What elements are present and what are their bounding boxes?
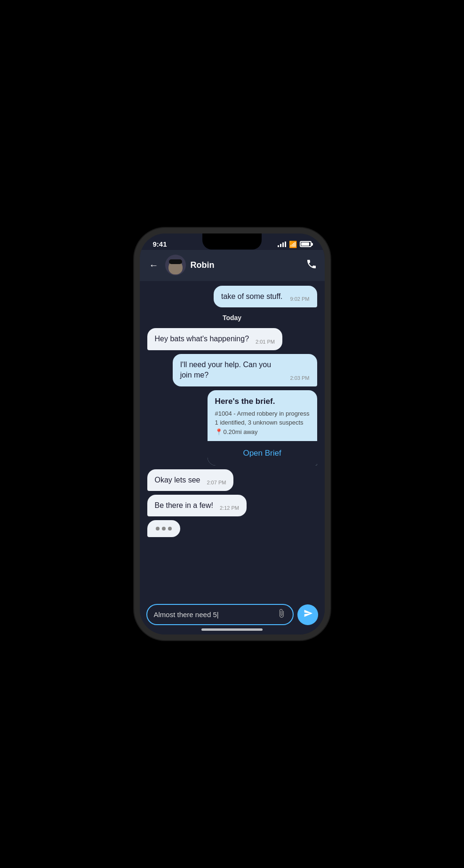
attach-button[interactable]: [277, 609, 286, 620]
typing-indicator: [147, 520, 180, 537]
message-input[interactable]: [154, 611, 273, 619]
typing-dot-3: [168, 527, 172, 530]
status-time: 9:41: [153, 240, 167, 248]
battery-icon: [300, 241, 312, 247]
msg-text: Be there in a few!: [155, 500, 214, 511]
back-button[interactable]: ←: [147, 258, 160, 273]
chat-area: take of some stuff. 9:02 PM Today Hey ba…: [140, 281, 325, 599]
signal-icon: [278, 241, 286, 247]
brief-suspects: 1 identified, 3 unknown suspects: [215, 418, 310, 427]
chat-header: ← Robin: [140, 250, 325, 281]
msg-text: take of some stuff.: [221, 291, 282, 302]
avatar: [165, 255, 186, 275]
pin-icon: 📍: [215, 428, 223, 435]
message-input-wrapper[interactable]: [146, 604, 294, 625]
brief-case-number: #1004 - Armed robbery in progress: [215, 409, 310, 418]
send-icon: [304, 609, 313, 620]
open-brief-button[interactable]: Open Brief: [208, 441, 317, 466]
send-button[interactable]: [297, 604, 318, 625]
msg-time: 2:01 PM: [256, 339, 275, 345]
message-outgoing-partial: take of some stuff. 9:02 PM: [214, 286, 317, 307]
msg-time: 2:03 PM: [290, 375, 310, 381]
message-incoming-1: Hey bats what's happening? 2:01 PM: [147, 328, 283, 350]
phone-frame: 9:41 📶 ← Robin: [140, 233, 325, 635]
typing-dot-1: [156, 527, 160, 530]
typing-dot-2: [162, 527, 166, 530]
msg-text: I'll need your help. Can you join me?: [180, 360, 284, 381]
msg-text: Okay lets see: [155, 475, 200, 485]
message-incoming-2: Okay lets see 2:07 PM: [147, 469, 234, 491]
contact-name: Robin: [191, 260, 301, 270]
home-indicator: [201, 628, 263, 631]
msg-time: 2:12 PM: [220, 505, 239, 511]
brief-card: Here's the brief. #1004 - Armed robbery …: [208, 390, 317, 466]
msg-time: 2:07 PM: [207, 480, 226, 485]
wifi-icon: 📶: [289, 241, 297, 248]
msg-time: 9:02 PM: [290, 296, 310, 302]
call-button[interactable]: [306, 258, 317, 272]
brief-title: Here's the brief.: [215, 397, 310, 406]
status-icons: 📶: [278, 241, 312, 248]
brief-distance: 📍 0.20mi away: [215, 428, 310, 435]
message-incoming-3: Be there in a few! 2:12 PM: [147, 495, 247, 516]
msg-text: Hey bats what's happening?: [155, 334, 249, 344]
date-divider: Today: [147, 314, 317, 321]
notch: [202, 233, 262, 249]
message-outgoing-1: I'll need your help. Can you join me? 2:…: [173, 354, 317, 386]
